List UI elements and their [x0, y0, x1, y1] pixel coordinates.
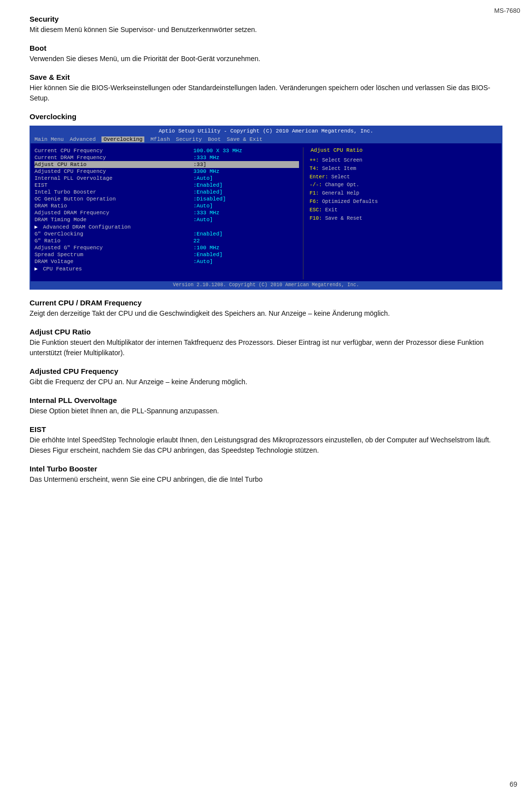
section-eist: EIST Die erhöhte Intel SpeedStep Technol… [30, 425, 502, 456]
bios-row-6[interactable]: Intel Turbo Booster:Enabled] [34, 189, 299, 196]
bios-row-8[interactable]: DRAM Ratio:Auto] [34, 202, 299, 209]
bios-row-5[interactable]: EIST:Enabled] [34, 182, 299, 189]
bios-row-label-7: OC Genie Button Operation [34, 196, 188, 202]
section-title-overclocking: Overclocking [30, 112, 502, 121]
bios-row-value-2: :33] [193, 162, 299, 167]
bios-row-4[interactable]: Internal PLL Overvoltage:Auto] [34, 175, 299, 182]
shortcut-key-2: Enter: [309, 174, 331, 180]
shortcut-line-4: F1: General Help [309, 189, 496, 198]
bios-row-17[interactable]: ▶ CPU Features [34, 265, 299, 272]
section-title-intel-turbo: Intel Turbo Booster [30, 465, 502, 473]
shortcut-desc-4: General Help [322, 190, 360, 196]
bios-row-label-8: DRAM Ratio [34, 203, 188, 209]
bios-row-value-15: :Enabled] [193, 252, 299, 258]
shortcut-desc-0: Select Screen [322, 157, 363, 163]
bios-row-label-2: Adjust CPU Ratio [34, 162, 188, 167]
section-boot: Boot Verwenden Sie dieses Menü, um die P… [30, 44, 502, 64]
bios-nav-overclocking[interactable]: Overclocking [101, 136, 144, 142]
section-adjust-cpu-ratio: Adjust CPU Ratio Die Funktion steuert de… [30, 328, 502, 358]
bios-header: Aptio Setup Utility - Copyright (C) 2010… [31, 127, 501, 135]
bios-nav-mflash[interactable]: Mflash [150, 136, 170, 142]
bios-row-value-3: 3300 MHz [193, 168, 299, 174]
bios-row-label-13: G" Ratio [34, 238, 188, 244]
shortcut-desc-3: Change Opt. [325, 182, 359, 188]
bios-nav-boot[interactable]: Boot [208, 136, 221, 142]
bios-row-label-0: Current CPU Frequency [34, 148, 188, 154]
shortcut-desc-5: Optimized Defaults [322, 199, 378, 204]
section-text-boot: Verwenden Sie dieses Menü, um die Priori… [30, 54, 502, 64]
ms-label: MS-7680 [494, 7, 520, 14]
page-number: 69 [509, 780, 517, 788]
bios-row-value-11 [193, 224, 299, 230]
section-adjusted-cpu-freq: Adjusted CPU Frequency Gibt die Frequenz… [30, 367, 502, 387]
section-title-security: Security [30, 15, 502, 23]
bios-row-value-13: 22 [193, 238, 299, 244]
shortcut-line-1: T4: Select Item [309, 165, 496, 173]
shortcut-key-3: -/-: [309, 182, 325, 188]
page-container: MS-7680 Security Mit diesem Menü können … [0, 0, 532, 798]
bios-row-label-6: Intel Turbo Booster [34, 189, 188, 195]
section-text-adjust-cpu-ratio: Die Funktion steuert den Multiplikator d… [30, 337, 502, 358]
bios-row-value-17 [193, 266, 299, 272]
shortcut-line-6: ESC: Exit [309, 206, 496, 214]
bios-row-10[interactable]: DRAM Timing Mode:Auto] [34, 216, 299, 223]
bios-row-1[interactable]: Current DRAM Frequency:333 MHz [34, 154, 299, 161]
bios-row-value-14: :100 MHz [193, 245, 299, 251]
section-title-adjusted-cpu-freq: Adjusted CPU Frequency [30, 367, 502, 375]
bios-nav-advanced[interactable]: Advanced [69, 136, 96, 142]
bios-nav-security[interactable]: Security [176, 136, 202, 142]
bios-content: Current CPU Frequency100.00 X 33 MHzCurr… [31, 143, 501, 281]
bios-row-2[interactable]: Adjust CPU Ratio:33] [34, 161, 299, 168]
bios-row-14[interactable]: Adjusted G" Frequency:100 MHz [34, 244, 299, 251]
section-text-current-cpu-dram: Zeigt den derzeitige Takt der CPU und di… [30, 308, 502, 319]
section-title-save-exit: Save & Exit [30, 73, 502, 81]
bios-right-panel: Adjust CPU Ratio ++: Select ScreenT4: Se… [303, 147, 501, 279]
shortcut-line-3: -/-: Change Opt. [309, 181, 496, 189]
bios-row-label-3: Adjusted CPU Frequency [34, 168, 188, 174]
section-text-save-exit: Hier können Sie die BIOS-Werkseinstellun… [30, 83, 502, 103]
bios-row-12[interactable]: G" OverClocking:Enabled] [34, 231, 299, 237]
section-title-adjust-cpu-ratio: Adjust CPU Ratio [30, 328, 502, 336]
bios-row-label-12: G" OverClocking [34, 231, 188, 237]
shortcut-line-7: F10: Save & Reset [309, 214, 496, 223]
bios-row-label-1: Current DRAM Frequency [34, 155, 188, 161]
bios-row-3[interactable]: Adjusted CPU Frequency3300 MHz [34, 168, 299, 175]
bios-nav-main[interactable]: Main Menu [34, 136, 64, 142]
bios-row-value-7: :Disabled] [193, 196, 299, 202]
section-current-cpu-dram: Current CPU / DRAM Frequency Zeigt den d… [30, 299, 502, 319]
shortcut-key-0: ++: [309, 157, 322, 163]
bios-row-label-4: Internal PLL Overvoltage [34, 175, 188, 181]
bios-row-7[interactable]: OC Genie Button Operation:Disabled] [34, 196, 299, 202]
bios-row-16[interactable]: DRAM Voltage:Auto] [34, 258, 299, 265]
section-title-boot: Boot [30, 44, 502, 52]
section-intel-turbo: Intel Turbo Booster Das Untermenü ersche… [30, 465, 502, 485]
bios-row-15[interactable]: Spread Spectrum:Enabled] [34, 251, 299, 258]
bios-footer: Version 2.10.1208. Copyright (C) 2010 Am… [31, 281, 501, 289]
section-save-exit: Save & Exit Hier können Sie die BIOS-Wer… [30, 73, 502, 103]
bios-row-11[interactable]: ▶ Advanced DRAM Configuration [34, 223, 299, 231]
bios-row-value-1: :333 MHz [193, 155, 299, 161]
bios-nav-bar: Main Menu Advanced Overclocking Mflash S… [31, 135, 501, 143]
shortcut-line-5: F6: Optimized Defaults [309, 198, 496, 206]
bios-row-label-5: EIST [34, 182, 188, 188]
bios-screenshot: Aptio Setup Utility - Copyright (C) 2010… [30, 126, 502, 290]
shortcut-desc-6: Exit [325, 207, 337, 213]
shortcut-key-1: T4: [309, 166, 322, 171]
bios-row-label-17: ▶ CPU Features [34, 266, 188, 272]
section-title-internal-pll: Internal PLL Overvoltage [30, 396, 502, 404]
shortcut-line-2: Enter: Select [309, 173, 496, 181]
bios-row-value-16: :Auto] [193, 259, 299, 265]
bios-row-value-6: :Enabled] [193, 189, 299, 195]
bios-row-0[interactable]: Current CPU Frequency100.00 X 33 MHz [34, 147, 299, 154]
bios-arrow-11: ▶ [34, 224, 41, 230]
bios-row-9[interactable]: Adjusted DRAM Frequency:333 MHz [34, 209, 299, 216]
section-title-eist: EIST [30, 425, 502, 433]
bios-row-value-10: :Auto] [193, 217, 299, 223]
bios-nav-save-exit[interactable]: Save & Exit [227, 136, 263, 142]
section-text-adjusted-cpu-freq: Gibt die Frequenz der CPU an. Nur Anzeig… [30, 377, 502, 387]
section-text-internal-pll: Diese Option bietet Ihnen an, die PLL-Sp… [30, 406, 502, 416]
shortcut-key-6: ESC: [309, 207, 325, 213]
shortcut-desc-2: Select [332, 174, 350, 180]
shortcut-key-7: F10: [309, 215, 325, 221]
bios-row-13[interactable]: G" Ratio22 [34, 237, 299, 244]
